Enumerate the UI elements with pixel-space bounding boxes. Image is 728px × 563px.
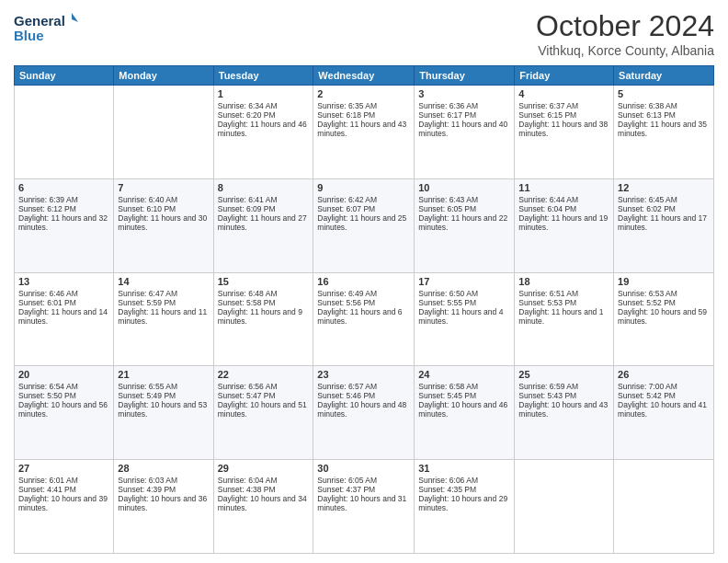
- sunrise: Sunrise: 6:50 AM: [418, 289, 478, 298]
- calendar-cell: 21 Sunrise: 6:55 AM Sunset: 5:49 PM Dayl…: [114, 366, 213, 460]
- calendar-cell: 1 Sunrise: 6:34 AM Sunset: 6:20 PM Dayli…: [213, 86, 313, 179]
- sunrise: Sunrise: 6:05 AM: [317, 476, 377, 485]
- daylight: Daylight: 10 hours and 34 minutes.: [218, 494, 307, 512]
- sunrise: Sunrise: 6:01 AM: [18, 476, 78, 485]
- sunset: Sunset: 5:47 PM: [218, 391, 276, 400]
- calendar-cell: 12 Sunrise: 6:45 AM Sunset: 6:02 PM Dayl…: [614, 178, 714, 272]
- day-number: 21: [118, 369, 209, 380]
- daylight: Daylight: 11 hours and 22 minutes.: [418, 213, 507, 232]
- daylight: Daylight: 11 hours and 11 minutes.: [118, 307, 207, 326]
- sunrise: Sunrise: 6:48 AM: [218, 289, 278, 298]
- calendar-cell: 30 Sunrise: 6:05 AM Sunset: 4:37 PM Dayl…: [313, 460, 415, 554]
- calendar-cell: 27 Sunrise: 6:01 AM Sunset: 4:41 PM Dayl…: [15, 460, 114, 554]
- sunset: Sunset: 6:12 PM: [18, 204, 76, 213]
- calendar-cell: 29 Sunrise: 6:04 AM Sunset: 4:38 PM Dayl…: [213, 460, 313, 554]
- svg-text:Blue: Blue: [14, 28, 44, 43]
- day-number: 10: [418, 182, 510, 193]
- calendar-cell: 23 Sunrise: 6:57 AM Sunset: 5:46 PM Dayl…: [313, 366, 415, 460]
- sunrise: Sunrise: 6:40 AM: [118, 195, 177, 204]
- sunset: Sunset: 5:58 PM: [218, 298, 276, 307]
- col-monday: Monday: [114, 66, 213, 86]
- sunrise: Sunrise: 6:46 AM: [18, 289, 78, 298]
- sunrise: Sunrise: 6:41 AM: [218, 195, 278, 204]
- calendar-cell: 25 Sunrise: 6:59 AM Sunset: 5:43 PM Dayl…: [515, 366, 614, 460]
- sunset: Sunset: 4:41 PM: [18, 485, 76, 494]
- svg-text:General: General: [14, 13, 65, 29]
- sunset: Sunset: 6:01 PM: [18, 298, 76, 307]
- sunrise: Sunrise: 6:42 AM: [317, 195, 377, 204]
- page: General Blue October 2024 Vithkuq, Korce…: [0, 0, 728, 563]
- sunrise: Sunrise: 6:51 AM: [518, 289, 578, 298]
- sunset: Sunset: 6:13 PM: [618, 110, 676, 120]
- sunrise: Sunrise: 6:04 AM: [218, 476, 278, 485]
- day-number: 17: [418, 276, 510, 287]
- sunset: Sunset: 6:05 PM: [418, 204, 476, 213]
- sunrise: Sunrise: 6:03 AM: [118, 476, 177, 485]
- calendar-table: Sunday Monday Tuesday Wednesday Thursday…: [14, 65, 714, 554]
- daylight: Daylight: 10 hours and 51 minutes.: [218, 400, 307, 419]
- sunset: Sunset: 6:20 PM: [218, 110, 276, 120]
- daylight: Daylight: 11 hours and 14 minutes.: [18, 307, 108, 326]
- day-number: 7: [118, 182, 209, 193]
- sunset: Sunset: 4:37 PM: [317, 485, 375, 494]
- day-number: 5: [618, 88, 710, 99]
- day-number: 24: [418, 369, 510, 380]
- day-number: 26: [618, 369, 710, 380]
- calendar-cell: [114, 86, 213, 179]
- daylight: Daylight: 11 hours and 32 minutes.: [18, 213, 108, 232]
- daylight: Daylight: 10 hours and 31 minutes.: [317, 494, 406, 512]
- sunset: Sunset: 6:07 PM: [317, 204, 375, 213]
- calendar-cell: 3 Sunrise: 6:36 AM Sunset: 6:17 PM Dayli…: [415, 86, 515, 179]
- day-number: 23: [317, 369, 410, 380]
- daylight: Daylight: 10 hours and 43 minutes.: [518, 400, 608, 419]
- day-number: 14: [118, 276, 209, 287]
- sunset: Sunset: 5:55 PM: [418, 298, 476, 307]
- calendar-cell: 18 Sunrise: 6:51 AM Sunset: 5:53 PM Dayl…: [515, 272, 614, 366]
- calendar-week-row: 1 Sunrise: 6:34 AM Sunset: 6:20 PM Dayli…: [15, 86, 714, 179]
- sunset: Sunset: 6:04 PM: [518, 204, 576, 213]
- day-number: 11: [518, 182, 609, 193]
- month-title: October 2024: [536, 9, 714, 43]
- sunrise: Sunrise: 6:53 AM: [618, 289, 677, 298]
- day-number: 20: [18, 369, 109, 380]
- calendar-week-row: 27 Sunrise: 6:01 AM Sunset: 4:41 PM Dayl…: [15, 460, 714, 554]
- calendar-cell: 28 Sunrise: 6:03 AM Sunset: 4:39 PM Dayl…: [114, 460, 213, 554]
- daylight: Daylight: 11 hours and 1 minute.: [518, 307, 603, 326]
- day-number: 1: [218, 88, 310, 99]
- day-number: 9: [317, 182, 410, 193]
- calendar-week-row: 20 Sunrise: 6:54 AM Sunset: 5:50 PM Dayl…: [15, 366, 714, 460]
- calendar-cell: 8 Sunrise: 6:41 AM Sunset: 6:09 PM Dayli…: [213, 178, 313, 272]
- calendar-cell: 4 Sunrise: 6:37 AM Sunset: 6:15 PM Dayli…: [515, 86, 614, 179]
- sunset: Sunset: 4:35 PM: [418, 485, 476, 494]
- daylight: Daylight: 10 hours and 59 minutes.: [618, 307, 707, 326]
- daylight: Daylight: 10 hours and 56 minutes.: [18, 400, 108, 419]
- sunrise: Sunrise: 6:44 AM: [518, 195, 578, 204]
- calendar-cell: 22 Sunrise: 6:56 AM Sunset: 5:47 PM Dayl…: [213, 366, 313, 460]
- logo: General Blue: [14, 9, 78, 46]
- calendar-cell: 14 Sunrise: 6:47 AM Sunset: 5:59 PM Dayl…: [114, 272, 213, 366]
- col-tuesday: Tuesday: [213, 66, 313, 86]
- calendar-cell: 9 Sunrise: 6:42 AM Sunset: 6:07 PM Dayli…: [313, 178, 415, 272]
- calendar-cell: 24 Sunrise: 6:58 AM Sunset: 5:45 PM Dayl…: [415, 366, 515, 460]
- calendar-cell: 11 Sunrise: 6:44 AM Sunset: 6:04 PM Dayl…: [515, 178, 614, 272]
- day-number: 29: [218, 463, 310, 474]
- calendar-cell: 20 Sunrise: 6:54 AM Sunset: 5:50 PM Dayl…: [15, 366, 114, 460]
- sunrise: Sunrise: 6:59 AM: [518, 382, 578, 391]
- sunrise: Sunrise: 6:54 AM: [18, 382, 78, 391]
- sunrise: Sunrise: 6:38 AM: [618, 101, 677, 110]
- daylight: Daylight: 10 hours and 53 minutes.: [118, 400, 207, 419]
- sunset: Sunset: 6:10 PM: [118, 204, 176, 213]
- sunset: Sunset: 5:45 PM: [418, 391, 476, 400]
- sunset: Sunset: 5:43 PM: [518, 391, 576, 400]
- day-number: 19: [618, 276, 710, 287]
- sunset: Sunset: 6:18 PM: [317, 110, 375, 120]
- sunrise: Sunrise: 6:39 AM: [18, 195, 78, 204]
- daylight: Daylight: 11 hours and 17 minutes.: [618, 213, 707, 232]
- location-title: Vithkuq, Korce County, Albania: [536, 43, 714, 58]
- day-number: 31: [418, 463, 510, 474]
- col-sunday: Sunday: [15, 66, 114, 86]
- calendar-cell: [15, 86, 114, 179]
- daylight: Daylight: 11 hours and 40 minutes.: [418, 120, 507, 138]
- calendar-week-row: 6 Sunrise: 6:39 AM Sunset: 6:12 PM Dayli…: [15, 178, 714, 272]
- calendar-cell: 2 Sunrise: 6:35 AM Sunset: 6:18 PM Dayli…: [313, 86, 415, 179]
